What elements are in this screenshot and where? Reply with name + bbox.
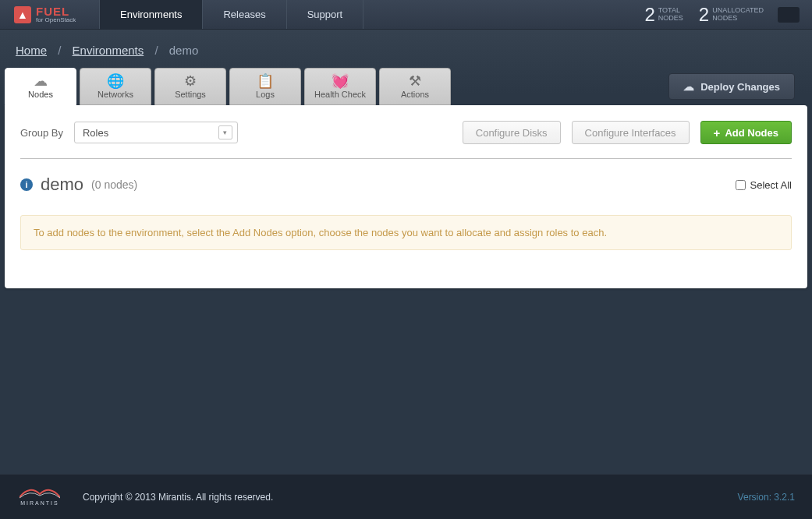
- stat-unallocated-nodes: 2 UNALLOCATEDNODES: [691, 0, 771, 29]
- button-label: Add Nodes: [725, 127, 778, 139]
- add-nodes-button[interactable]: + Add Nodes: [700, 121, 792, 144]
- tab-label: Networks: [98, 90, 133, 99]
- cloud-upload-icon: ☁: [683, 80, 694, 93]
- plus-icon: +: [714, 126, 721, 139]
- tab-actions[interactable]: ⚒ Actions: [379, 68, 451, 105]
- controls-row: Group By Roles ▾ Configure Disks Configu…: [20, 121, 792, 144]
- fuel-icon: ▲: [14, 6, 31, 23]
- brand-subtitle: for OpenStack: [36, 17, 76, 23]
- deploy-changes-button[interactable]: ☁ Deploy Changes: [668, 73, 795, 100]
- configure-interfaces-button[interactable]: Configure Interfaces: [572, 121, 690, 144]
- nav-label: Releases: [223, 9, 265, 20]
- nav-releases[interactable]: Releases: [203, 0, 286, 29]
- mirantis-logo: MIRANTIS: [17, 486, 62, 508]
- topbar: ▲ FUEL for OpenStack Environments Releas…: [0, 0, 812, 30]
- stat-label: NODES: [658, 14, 683, 22]
- empty-state-hint: To add nodes to the environment, select …: [20, 215, 792, 250]
- tab-health-check[interactable]: 💓 Health Check: [304, 68, 376, 105]
- stat-total-nodes: 2 TOTALNODES: [636, 0, 690, 29]
- configure-disks-button[interactable]: Configure Disks: [463, 121, 561, 144]
- footer: MIRANTIS Copyright © 2013 Mirantis. All …: [0, 474, 812, 519]
- button-label: Configure Disks: [476, 127, 548, 139]
- tab-nodes[interactable]: ☁ Nodes: [5, 68, 76, 105]
- main-panel: Group By Roles ▾ Configure Disks Configu…: [5, 105, 807, 288]
- copyright: Copyright © 2013 Mirantis. All rights re…: [83, 492, 273, 503]
- environment-name: demo: [41, 175, 83, 195]
- tab-label: Actions: [401, 90, 429, 99]
- stat-label: TOTAL: [658, 6, 680, 14]
- tabs-row: ☁ Nodes 🌐 Networks ⚙ Settings 📋 Logs 💓 H…: [0, 68, 812, 105]
- group-by-value: Roles: [83, 127, 108, 139]
- divider: [20, 158, 792, 159]
- select-all-checkbox[interactable]: Select All: [736, 179, 792, 191]
- nav-label: Support: [307, 9, 343, 20]
- stat-value: 2: [699, 4, 709, 26]
- nav-label: Environments: [120, 9, 182, 20]
- select-all-label: Select All: [750, 179, 792, 191]
- breadcrumb-home[interactable]: Home: [16, 44, 47, 57]
- chevron-down-icon: ▾: [218, 125, 232, 139]
- clipboard-icon: 📋: [257, 74, 274, 88]
- brand-name: FUEL: [36, 5, 76, 17]
- notifications-icon[interactable]: [778, 7, 800, 23]
- tab-logs[interactable]: 📋 Logs: [229, 68, 301, 105]
- tab-label: Nodes: [28, 90, 53, 99]
- tab-label: Settings: [175, 90, 206, 99]
- mirantis-text: MIRANTIS: [20, 500, 59, 506]
- tab-label: Logs: [256, 90, 275, 99]
- info-icon[interactable]: i: [20, 178, 33, 191]
- group-by-select[interactable]: Roles ▾: [74, 122, 238, 143]
- breadcrumb-current: demo: [169, 44, 199, 57]
- tab-settings[interactable]: ⚙ Settings: [154, 68, 226, 105]
- tab-label: Health Check: [314, 90, 366, 99]
- breadcrumb: Home / Environments / demo: [0, 30, 812, 68]
- stat-label: UNALLOCATED: [712, 6, 764, 14]
- version-label: Version: 3.2.1: [738, 492, 795, 503]
- brand-logo[interactable]: ▲ FUEL for OpenStack: [0, 0, 100, 29]
- environment-node-count: (0 nodes): [91, 178, 137, 191]
- gear-icon: ⚙: [184, 74, 197, 88]
- tab-networks[interactable]: 🌐 Networks: [80, 68, 151, 105]
- button-label: Configure Interfaces: [585, 127, 676, 139]
- deploy-label: Deploy Changes: [700, 81, 780, 93]
- nav-support[interactable]: Support: [287, 0, 364, 29]
- heartbeat-icon: 💓: [332, 74, 349, 88]
- select-all-input[interactable]: [736, 180, 746, 190]
- stat-label: NODES: [712, 14, 737, 22]
- breadcrumb-environments[interactable]: Environments: [73, 44, 144, 57]
- environment-header: i demo (0 nodes) Select All: [20, 175, 792, 195]
- cogs-icon: ⚒: [409, 74, 421, 88]
- nav-environments[interactable]: Environments: [100, 0, 203, 29]
- group-by-label: Group By: [20, 127, 63, 139]
- stat-value: 2: [644, 4, 654, 26]
- cloud-icon: ☁: [34, 74, 48, 88]
- globe-icon: 🌐: [107, 74, 124, 88]
